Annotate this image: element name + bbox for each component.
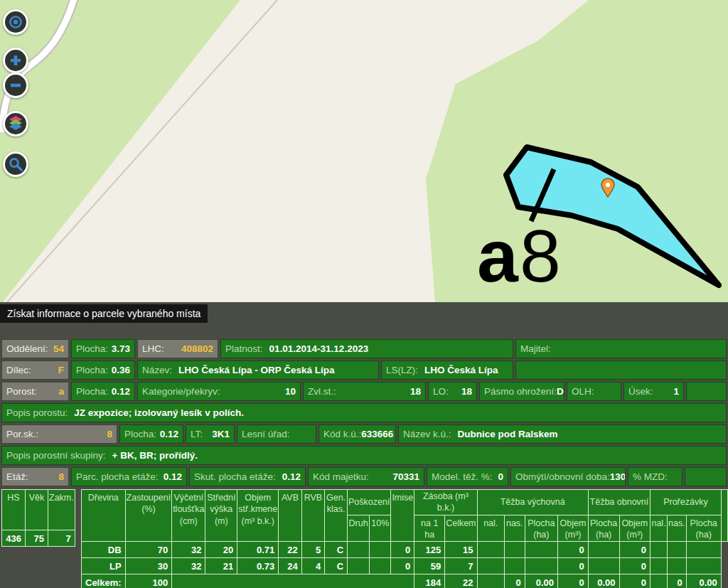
col-zakm: Zakm.	[48, 490, 75, 530]
layers-button[interactable]	[3, 111, 28, 137]
col-vych-plocha: Plocha (ha)	[525, 515, 557, 542]
col-hs: HS	[2, 490, 26, 530]
stand-table-left: HS Věk Zakm. 436 75 7	[1, 489, 75, 547]
table-row-lp: LP 30 32 21 0.73 24 4 C 0 59 7 0 0	[82, 558, 728, 574]
map-area[interactable]: a 8	[0, 0, 728, 302]
plus-icon	[9, 53, 23, 68]
field-kod-ku: Kód k.ú.:633666	[318, 424, 396, 444]
col-pror-nas: nas.	[668, 515, 687, 542]
total-label: Celkem:	[82, 574, 126, 588]
field-plocha-oddeleni: Plocha:3.73	[71, 339, 135, 358]
field-usek: Úsek:1	[623, 382, 684, 401]
col-zasoba-celkem: Celkem	[445, 515, 477, 542]
col-obn-objem: Objem (m³)	[619, 515, 651, 542]
field-lslz: LS(LZ):LHO Česká Lípa	[381, 360, 513, 380]
col-vych-nas: nas.	[504, 515, 525, 542]
col-druh: Druh	[348, 515, 370, 542]
field-plocha-porsk: Plocha:0.12	[119, 424, 183, 444]
field-lesni-urad: Lesní úřad:	[237, 424, 316, 444]
table-row-db: DB 70 32 20 0.71 22 5 C 0 125 15 0 0	[82, 542, 728, 558]
field-mzd: % MZD:	[628, 467, 682, 486]
field-pasmo: Pásmo ohrožení:D	[479, 382, 564, 401]
field-row-1: Oddělení:54 Plocha:3.73 LHC:408802 Platn…	[1, 339, 727, 358]
field-kategorie: Kategorie/překryv:10	[137, 382, 301, 401]
col-objem-kmene: Objem stř.kmene (m³ b.k.)	[237, 490, 279, 542]
col-vek: Věk	[26, 490, 48, 530]
stand-label-letter: a	[477, 215, 519, 297]
field-plocha-porost: Plocha:0.12	[71, 382, 135, 401]
col-drevina: Dřevina	[82, 490, 126, 542]
field-lt: LT:3K1	[186, 424, 235, 444]
field-model-tez: Model. těž. %:0	[427, 467, 508, 486]
field-obmyti: Obmýtí/obnovní doba:130/40	[510, 467, 626, 486]
col-obn-plocha: Plocha (ha)	[588, 515, 619, 542]
field-row-3: Porost:a Plocha:0.12 Kategorie/překryv:1…	[1, 382, 727, 401]
col-clipped	[721, 490, 727, 542]
search-button[interactable]	[3, 151, 28, 177]
field-nazev-ku: Název k.ú.:Dubnice pod Ralskem	[398, 424, 727, 444]
field-row-2: Dílec:F Plocha:0.36 Název:LHO Česká Lípa…	[1, 360, 727, 380]
col-pror-plocha: Plocha (ha)	[686, 515, 721, 542]
field-skut-plocha: Skut. plocha etáže:0.12	[189, 467, 306, 486]
field-porost: Porost:a	[1, 382, 69, 401]
col-rvb: RVB	[301, 490, 325, 542]
field-lo: LO:18	[428, 382, 477, 401]
field-empty-2	[685, 467, 727, 486]
col-zastoupeni: Zastoupení (%)	[125, 490, 172, 542]
field-row-7: Etáž:8 Parc. plocha etáže:0.12 Skut. plo…	[1, 467, 727, 486]
field-plocha-dilec: Plocha:0.36	[71, 360, 135, 380]
field-lhc: LHC:408802	[137, 339, 218, 358]
col-stredni-vyska: Střední výška (m)	[205, 490, 237, 542]
field-row-4: Popis porostu:JZ expozice; izolovaný les…	[1, 403, 727, 422]
group-tezba-obnovni: Těžba obnovní	[588, 490, 650, 515]
map-canvas[interactable]: a 8	[0, 0, 728, 302]
group-prorezavky: Prořezávky	[651, 490, 722, 515]
group-tezba-vychovna: Těžba výchovná	[477, 490, 588, 515]
col-pror-nal: nal.	[651, 515, 668, 542]
field-nazev: Název:LHO Česká Lípa - ORP Česká Lípa	[137, 360, 379, 380]
map-tooltip: Získat informace o parcele vybraného mís…	[0, 304, 208, 323]
field-popis-skupiny: Popis porostní skupiny:+ BK, BR; prořídl…	[1, 446, 727, 465]
field-parc-plocha: Parc. plocha etáže:0.12	[71, 467, 187, 486]
col-vych-objem: Objem (m³)	[558, 515, 589, 542]
field-platnost: Platnost:01.01.2014-31.12.2023	[220, 339, 513, 358]
col-vych-nal: nal.	[477, 515, 504, 542]
table-row-total: Celkem: 100 184 22 0 0.00 0 0.00 0 0 0.0…	[82, 574, 728, 588]
zoom-in-button[interactable]	[3, 48, 28, 73]
field-majitel: Majitel:	[515, 339, 727, 358]
field-kod-majetku: Kód majetku:70331	[308, 467, 424, 486]
field-dilec: Dílec:F	[1, 360, 69, 380]
field-etaz: Etáž:8	[1, 467, 69, 486]
field-olh: OLH:	[567, 382, 621, 401]
search-icon	[8, 156, 23, 172]
col-vycetni-tloustka: Výčetní tloušťka (cm)	[172, 490, 205, 542]
field-empty-1	[686, 382, 727, 401]
col-10pct: 10%	[370, 515, 391, 542]
col-imise: Imise	[391, 490, 414, 542]
locate-button[interactable]	[3, 9, 28, 35]
field-porsk: Por.sk.:8	[1, 424, 117, 444]
table-row: 436 75 7	[2, 530, 75, 547]
field-popis-porostu: Popis porostu:JZ expozice; izolovaný les…	[1, 403, 727, 422]
stand-table-main: Dřevina Zastoupení (%) Výčetní tloušťka …	[81, 489, 728, 588]
field-zvlst: Zvl.st.:18	[303, 382, 426, 401]
field-row-6: Popis porostní skupiny:+ BK, BR; prořídl…	[1, 446, 727, 465]
group-zasoba: Zásoba (m³ b.k.)	[414, 490, 477, 515]
stand-label-number: 8	[520, 215, 561, 297]
group-poskozeni: Poškození	[348, 490, 391, 515]
field-majitel-value	[515, 360, 727, 380]
field-oddeleni: Oddělení:54	[1, 339, 69, 358]
total-merged-cell	[172, 574, 414, 588]
col-avb: AVB	[279, 490, 301, 542]
col-gen-klas: Gen. klas.	[325, 490, 348, 542]
info-panel: Získat informace o parcele vybraného mís…	[0, 302, 728, 588]
zoom-out-button[interactable]	[3, 73, 28, 98]
field-row-5: Por.sk.:8 Plocha:0.12 LT:3K1 Lesní úřad:…	[1, 424, 727, 444]
locate-icon	[8, 14, 23, 30]
layers-icon	[7, 115, 24, 132]
minus-icon	[9, 78, 23, 92]
col-na1ha: na 1 ha	[414, 515, 445, 542]
